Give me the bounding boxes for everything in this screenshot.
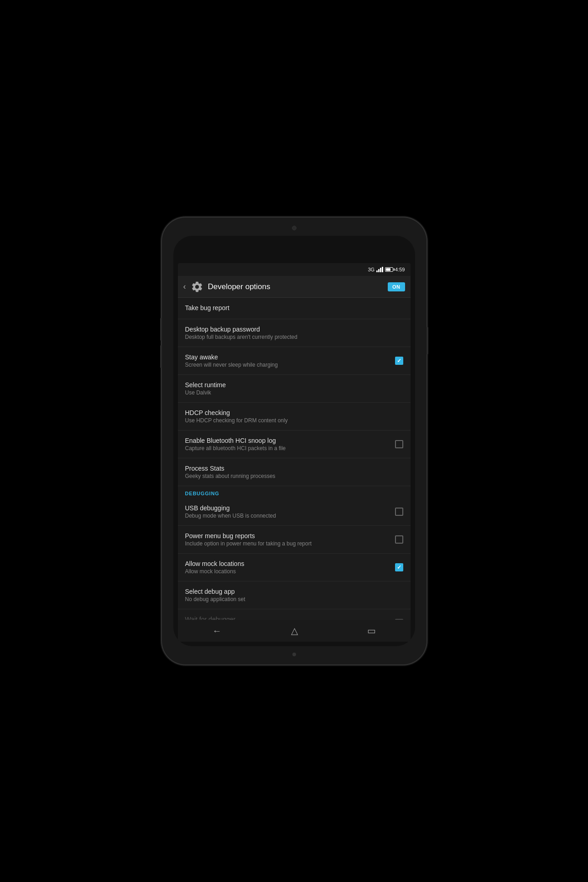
setting-subtitle-stay-awake: Screen will never sleep while charging [185,362,390,368]
setting-title-usb-debugging: USB debugging [185,504,390,512]
power-button[interactable] [427,327,428,354]
setting-text-process-stats: Process StatsGeeky stats about running p… [185,465,403,479]
home-nav-button[interactable]: △ [282,622,307,640]
settings-list: Take bug reportDesktop backup passwordDe… [178,298,411,620]
signal-strength-icon [376,267,383,272]
setting-text-wait-for-debugger: Wait for debuggerDebugged application wa… [185,616,390,620]
setting-item-power-menu-bug-reports[interactable]: Power menu bug reportsInclude option in … [178,526,411,554]
volume-up-button[interactable] [160,318,162,341]
setting-subtitle-select-runtime: Use Dalvik [185,389,403,396]
setting-text-bluetooth-hci-snoop: Enable Bluetooth HCI snoop logCapture al… [185,437,390,451]
setting-item-select-debug-app[interactable]: Select debug appNo debug application set [178,581,411,609]
setting-item-wait-for-debugger[interactable]: Wait for debuggerDebugged application wa… [178,609,411,620]
setting-subtitle-select-debug-app: No debug application set [185,596,403,602]
recents-nav-button[interactable]: ▭ [358,622,385,640]
setting-item-select-runtime[interactable]: Select runtimeUse Dalvik [178,375,411,403]
settings-gear-icon [191,280,203,293]
volume-down-button[interactable] [160,345,162,368]
checkbox-stay-awake[interactable] [395,357,403,365]
setting-subtitle-bluetooth-hci-snoop: Capture all bluetooth HCI packets in a f… [185,445,390,451]
setting-text-allow-mock-locations: Allow mock locationsAllow mock locations [185,560,390,575]
setting-text-power-menu-bug-reports: Power menu bug reportsInclude option in … [185,532,390,547]
setting-item-take-bug-report[interactable]: Take bug report [178,298,411,319]
setting-title-process-stats: Process Stats [185,465,403,472]
screen: 3G 4:59 ‹ [178,263,411,642]
setting-text-usb-debugging: USB debuggingDebug mode when USB is conn… [185,504,390,519]
camera [292,226,297,230]
setting-title-hdcp-checking: HDCP checking [185,409,403,416]
setting-item-process-stats[interactable]: Process StatsGeeky stats about running p… [178,458,411,486]
developer-options-toggle[interactable]: ON [388,282,405,291]
home-indicator [292,653,296,656]
app-bar-title: Developer options [208,282,388,291]
section-header-debugging-header: DEBUGGING [178,486,411,498]
back-nav-button[interactable]: ← [203,622,231,640]
status-bar: 3G 4:59 [178,263,411,276]
setting-subtitle-process-stats: Geeky stats about running processes [185,473,403,479]
setting-subtitle-usb-debugging: Debug mode when USB is connected [185,513,390,519]
checkbox-usb-debugging[interactable] [395,508,403,516]
setting-text-select-runtime: Select runtimeUse Dalvik [185,381,403,396]
nav-bar: ← △ ▭ [178,620,411,642]
setting-item-desktop-backup-password[interactable]: Desktop backup passwordDesktop full back… [178,319,411,347]
setting-text-hdcp-checking: HDCP checkingUse HDCP checking for DRM c… [185,409,403,424]
setting-text-desktop-backup-password: Desktop backup passwordDesktop full back… [185,326,403,340]
status-icons: 3G 4:59 [368,267,405,272]
device: 3G 4:59 ‹ [162,218,427,664]
checkbox-bluetooth-hci-snoop[interactable] [395,440,403,448]
app-bar: ‹ Developer options ON [178,276,411,298]
setting-title-allow-mock-locations: Allow mock locations [185,560,390,567]
setting-title-desktop-backup-password: Desktop backup password [185,326,403,333]
clock-label: 4:59 [395,267,405,272]
setting-subtitle-power-menu-bug-reports: Include option in power menu for taking … [185,540,390,547]
back-button[interactable]: ‹ [183,282,186,291]
setting-title-select-debug-app: Select debug app [185,588,403,595]
setting-item-hdcp-checking[interactable]: HDCP checkingUse HDCP checking for DRM c… [178,403,411,431]
setting-subtitle-allow-mock-locations: Allow mock locations [185,568,390,575]
setting-text-select-debug-app: Select debug appNo debug application set [185,588,403,602]
setting-text-take-bug-report: Take bug report [185,304,403,312]
setting-title-bluetooth-hci-snoop: Enable Bluetooth HCI snoop log [185,437,390,444]
setting-title-stay-awake: Stay awake [185,353,390,361]
checkbox-allow-mock-locations[interactable] [395,563,403,571]
setting-title-power-menu-bug-reports: Power menu bug reports [185,532,390,540]
checkbox-power-menu-bug-reports[interactable] [395,535,403,544]
battery-icon [385,267,393,272]
signal-type-label: 3G [368,267,375,272]
setting-title-take-bug-report: Take bug report [185,304,403,311]
setting-item-usb-debugging[interactable]: USB debuggingDebug mode when USB is conn… [178,498,411,526]
setting-title-select-runtime: Select runtime [185,381,403,389]
setting-item-stay-awake[interactable]: Stay awakeScreen will never sleep while … [178,347,411,375]
setting-subtitle-hdcp-checking: Use HDCP checking for DRM content only [185,417,403,424]
setting-item-allow-mock-locations[interactable]: Allow mock locationsAllow mock locations [178,554,411,581]
setting-item-bluetooth-hci-snoop[interactable]: Enable Bluetooth HCI snoop logCapture al… [178,431,411,458]
setting-subtitle-desktop-backup-password: Desktop full backups aren't currently pr… [185,334,403,340]
setting-text-stay-awake: Stay awakeScreen will never sleep while … [185,353,390,368]
device-inner: 3G 4:59 ‹ [173,236,415,646]
setting-title-wait-for-debugger: Wait for debugger [185,616,390,620]
